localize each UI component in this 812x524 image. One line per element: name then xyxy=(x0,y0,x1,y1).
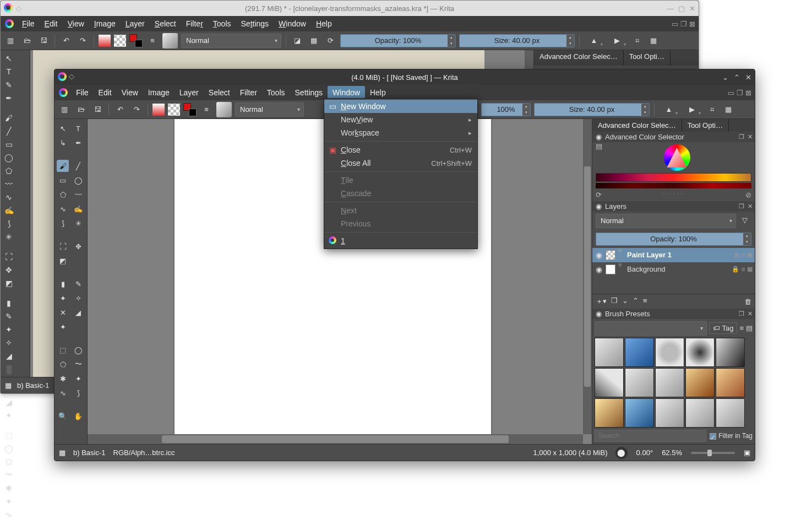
brush-preset[interactable] xyxy=(655,338,684,367)
mirror-h-icon[interactable]: ▲ xyxy=(659,102,679,117)
inherit-alpha-icon[interactable]: ▦ xyxy=(747,251,753,258)
tool-bezier-icon[interactable]: ∿ xyxy=(3,191,15,203)
canvas-only-icon[interactable]: ▣ xyxy=(744,449,750,457)
tool-select-icon[interactable]: ↖ xyxy=(57,122,69,134)
gradient-swatch-icon[interactable] xyxy=(99,35,111,47)
close-dock-icon[interactable]: ✕ xyxy=(748,203,753,210)
tool-text-icon[interactable]: T xyxy=(72,122,84,134)
tool-text-icon[interactable]: T xyxy=(3,66,15,78)
tool-fill-icon[interactable]: ▮ xyxy=(3,297,15,309)
opacity-slider-partial[interactable]: 100%▴▾ xyxy=(481,103,531,116)
shade-strip[interactable] xyxy=(596,183,751,188)
tool-edit-shapes-icon[interactable]: ↳ xyxy=(57,137,69,149)
tool-transform-icon[interactable]: ⛶ xyxy=(3,251,15,263)
menu-filter[interactable]: Filter xyxy=(235,86,262,99)
brush-size-slider[interactable]: Size: 40.00 px▴▾ xyxy=(459,34,575,47)
alpha-lock-icon[interactable]: α xyxy=(742,251,745,258)
status-compass-icon[interactable]: ⬤ xyxy=(615,447,628,459)
brush-size-slider[interactable]: Size: 40.00 px▴▾ xyxy=(534,103,650,116)
refresh-colors-icon[interactable]: ⟳ xyxy=(596,191,602,199)
menu-workspace[interactable]: Workspace▸ xyxy=(324,126,477,139)
acs-settings-icon[interactable]: ▤ xyxy=(596,142,602,172)
eraser-toggle-icon[interactable]: ◪ xyxy=(291,34,304,47)
layer-opacity-slider[interactable]: Opacity: 100%▴▾ xyxy=(596,233,751,246)
opacity-slider[interactable]: Opacity: 100%▴▾ xyxy=(340,34,456,47)
tool-select-icon[interactable]: ↖ xyxy=(3,52,15,64)
layer-blend-mode-combo[interactable]: Normal xyxy=(596,214,736,228)
menu-image[interactable]: Image xyxy=(143,86,175,99)
menu-help[interactable]: Help xyxy=(311,17,337,30)
layer-name[interactable]: Background xyxy=(624,265,729,273)
brush-settings-icon[interactable]: ≡ xyxy=(146,34,159,47)
new-file-icon[interactable]: ▥ xyxy=(4,34,17,47)
blend-mode-combo[interactable]: Normal xyxy=(181,34,281,48)
status-color-profile[interactable]: RGB/Alph…btrc.icc xyxy=(113,449,175,457)
fg-bg-color-icon[interactable] xyxy=(129,34,143,47)
save-file-icon[interactable]: 🖫 xyxy=(91,103,104,116)
tool-ellipse-icon[interactable]: ◯ xyxy=(3,152,15,164)
workspace-chooser-icon[interactable]: ▦ xyxy=(647,34,660,47)
filter-layers-icon[interactable]: ▽ xyxy=(738,214,751,227)
minimize-icon[interactable]: — xyxy=(667,4,674,13)
tool-pan-icon[interactable]: ✋ xyxy=(72,410,84,422)
tool-select-bezier-icon[interactable]: ∿ xyxy=(3,509,15,521)
tool-assistant-icon[interactable]: ✕ xyxy=(57,306,69,318)
brush-preset[interactable] xyxy=(685,398,715,428)
float-icon[interactable]: ❐ xyxy=(739,133,744,141)
brush-preset[interactable] xyxy=(716,338,745,367)
tool-line-icon[interactable]: ╱ xyxy=(3,125,15,137)
duplicate-layer-icon[interactable]: ❐ xyxy=(611,296,618,306)
menu-image[interactable]: Image xyxy=(89,17,121,30)
dock-restore-icon[interactable]: ❐ xyxy=(737,89,743,97)
dock-close-icon[interactable]: ⊠ xyxy=(745,89,751,97)
open-file-icon[interactable]: 🗁 xyxy=(74,103,88,116)
layer-props-icon[interactable]: ≡ xyxy=(643,296,647,306)
fg-bg-color-icon[interactable] xyxy=(183,103,197,116)
brush-preset[interactable] xyxy=(716,398,745,428)
maximize-icon[interactable]: ▢ xyxy=(678,4,685,13)
tool-smart-fill-icon[interactable]: ✦ xyxy=(57,292,69,304)
preserve-alpha-icon[interactable]: ▩ xyxy=(307,34,320,47)
dock-tab-acs[interactable]: Advanced Color Selec… xyxy=(534,50,624,66)
tool-select-contiguous-icon[interactable]: ✦ xyxy=(3,495,15,507)
tool-reference-icon[interactable]: ✦ xyxy=(3,409,15,422)
menu-next[interactable]: Next xyxy=(324,204,477,217)
menu-edit[interactable]: Edit xyxy=(40,17,63,30)
tool-polyline-icon[interactable]: 〰 xyxy=(72,188,84,201)
tool-move-icon[interactable]: ✥ xyxy=(3,264,15,276)
link-icon[interactable]: ⎘ xyxy=(619,262,622,268)
menu-layer[interactable]: Layer xyxy=(121,17,150,30)
brush-preset[interactable] xyxy=(595,338,624,367)
menu-settings[interactable]: Settings xyxy=(236,17,274,30)
brush-preset[interactable] xyxy=(625,338,654,367)
layer-row-background[interactable]: ◉ ⎘ Background 🔒α▦ xyxy=(592,262,755,277)
tool-gradient-icon[interactable]: ◢ xyxy=(3,350,15,362)
lock-icon[interactable]: ▤ xyxy=(734,251,739,258)
tool-rect-icon[interactable]: ▭ xyxy=(3,138,15,150)
menu-edit[interactable]: Edit xyxy=(94,86,117,99)
brush-preset-icon[interactable] xyxy=(216,102,232,117)
tool-smart-fill-icon[interactable]: ✦ xyxy=(3,323,15,336)
minimize-icon[interactable]: ⌄ xyxy=(722,73,728,82)
tool-freehand-path-icon[interactable]: ✍ xyxy=(3,204,15,217)
layers-dock-title[interactable]: ◉ Layers ❐✕ xyxy=(592,201,755,212)
tool-polygon-icon[interactable]: ⬠ xyxy=(3,165,15,177)
krita-logo-icon[interactable] xyxy=(59,88,68,97)
pin-icon[interactable]: ◇ xyxy=(16,4,21,13)
float-icon[interactable]: ❐ xyxy=(739,203,744,210)
hue-strip[interactable] xyxy=(596,173,751,182)
brush-preset[interactable] xyxy=(716,368,745,397)
tool-measure-icon[interactable]: ◢ xyxy=(72,306,84,318)
menu-file[interactable]: File xyxy=(17,17,40,30)
lock-icon[interactable]: 🔒 xyxy=(732,266,739,273)
dock-close-icon[interactable]: ⊠ xyxy=(689,20,695,28)
filter-in-tag-checkbox[interactable]: ✓Filter in Tag xyxy=(710,432,753,440)
tool-zoom-icon[interactable]: 🔍 xyxy=(57,410,69,422)
tool-multibrush-icon[interactable]: ✳ xyxy=(72,217,84,229)
menu-new-view[interactable]: New View▸ xyxy=(324,113,477,126)
open-file-icon[interactable]: 🗁 xyxy=(20,34,34,47)
move-up-icon[interactable]: ⌃ xyxy=(633,296,639,306)
menu-window[interactable]: Window xyxy=(274,17,311,30)
tool-dynamic-brush-icon[interactable]: ⟆ xyxy=(57,217,69,229)
dock-tab-tool-options[interactable]: Tool Opti… xyxy=(624,50,671,66)
